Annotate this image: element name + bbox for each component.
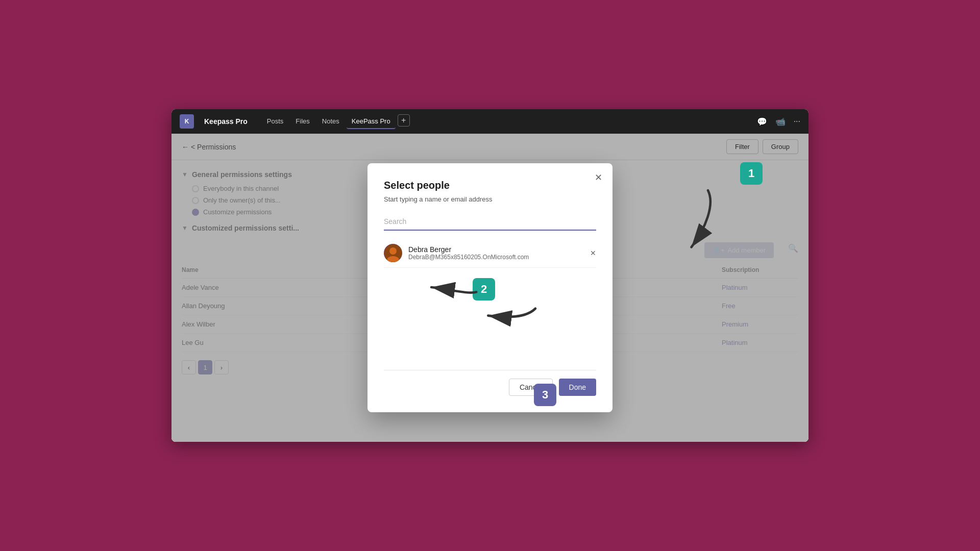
select-people-modal: ✕ Select people Start typing a name or e… — [368, 163, 612, 412]
person-result-debra: Debra Berger DebraB@M365x85160205.OnMicr… — [384, 239, 596, 268]
nav-right: 💬 📹 ··· — [757, 117, 800, 127]
nav-items: Posts Files Notes KeePass Pro + — [262, 114, 410, 129]
cancel-button[interactable]: Cancel — [509, 379, 553, 396]
app-logo: K — [180, 114, 194, 129]
app-name: Keepass Pro — [204, 117, 248, 126]
video-icon[interactable]: 📹 — [775, 117, 786, 127]
done-button[interactable]: Done — [559, 379, 596, 396]
nav-posts[interactable]: Posts — [262, 114, 289, 129]
debra-name: Debra Berger — [408, 245, 584, 254]
modal-close-button[interactable]: ✕ — [592, 171, 604, 184]
nav-add-tab[interactable]: + — [398, 114, 410, 127]
remove-person-button[interactable]: ✕ — [590, 249, 596, 257]
nav-keepass[interactable]: KeePass Pro — [347, 114, 396, 129]
debra-email: DebraB@M365x85160205.OnMicrosoft.com — [408, 254, 584, 261]
modal-footer: Cancel Done — [384, 370, 596, 396]
modal-overlay[interactable]: ✕ Select people Start typing a name or e… — [172, 134, 808, 442]
debra-info: Debra Berger DebraB@M365x85160205.OnMicr… — [408, 245, 584, 261]
chat-icon[interactable]: 💬 — [757, 117, 767, 127]
people-search-input[interactable] — [384, 213, 596, 231]
svg-point-1 — [389, 247, 397, 255]
top-nav: K Keepass Pro Posts Files Notes KeePass … — [172, 109, 808, 134]
more-icon[interactable]: ··· — [794, 117, 800, 126]
nav-files[interactable]: Files — [290, 114, 314, 129]
nav-notes[interactable]: Notes — [317, 114, 345, 129]
modal-subtitle: Start typing a name or email address — [384, 195, 596, 203]
debra-avatar — [384, 244, 402, 262]
content-area: ← < Permissions Filter Group ▼ General p… — [172, 134, 808, 442]
modal-title: Select people — [384, 180, 596, 191]
browser-window: K Keepass Pro Posts Files Notes KeePass … — [172, 109, 808, 442]
